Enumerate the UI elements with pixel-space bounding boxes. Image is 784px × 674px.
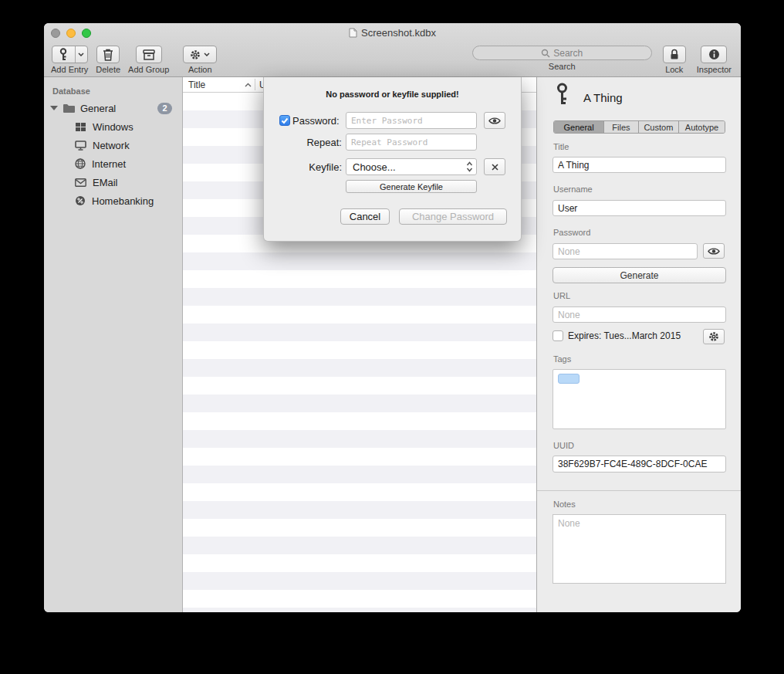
username-field-label: Username bbox=[553, 185, 593, 194]
action-button[interactable] bbox=[183, 46, 217, 63]
sidebar: Database General 2 Windows Network Inter… bbox=[44, 77, 183, 612]
folder-icon bbox=[63, 103, 76, 113]
repeat-password-field[interactable] bbox=[346, 134, 477, 151]
sidebar-item-email[interactable]: EMail bbox=[44, 173, 182, 191]
keyfile-label: Keyfile: bbox=[264, 161, 342, 173]
sidebar-header: Database bbox=[44, 77, 182, 99]
gear-icon bbox=[708, 331, 719, 342]
inspector-label: Inspector bbox=[697, 65, 732, 74]
window-title: Screenshot.kdbx bbox=[44, 27, 741, 39]
reveal-password-button[interactable] bbox=[703, 243, 725, 259]
window-title-text: Screenshot.kdbx bbox=[361, 27, 436, 39]
app-window: Screenshot.kdbx Add Entry bbox=[44, 23, 741, 612]
gear-icon bbox=[190, 49, 201, 60]
change-password-button[interactable]: Change Password bbox=[399, 208, 507, 225]
sidebar-item-internet[interactable]: Internet bbox=[44, 154, 182, 173]
key-plus-icon bbox=[52, 46, 76, 63]
username-field[interactable] bbox=[553, 200, 726, 216]
generate-password-button[interactable]: Generate bbox=[553, 267, 726, 283]
document-icon bbox=[349, 28, 357, 38]
expires-checkbox[interactable] bbox=[553, 330, 563, 341]
search-label: Search bbox=[549, 62, 576, 71]
expires-options-button[interactable] bbox=[703, 329, 725, 344]
delete-button[interactable] bbox=[96, 46, 120, 63]
add-entry-button[interactable] bbox=[52, 46, 88, 63]
cancel-button[interactable]: Cancel bbox=[340, 208, 390, 225]
add-entry-label: Add Entry bbox=[51, 65, 88, 74]
percent-coin-icon bbox=[75, 195, 86, 206]
window-chrome: Screenshot.kdbx Add Entry bbox=[44, 23, 741, 77]
clear-keyfile-button[interactable] bbox=[484, 158, 505, 175]
search-input[interactable]: Search bbox=[472, 46, 652, 60]
expires-label: Expires: Tues...March 2015 bbox=[568, 330, 681, 341]
count-badge: 2 bbox=[157, 103, 172, 114]
globe-icon bbox=[75, 158, 86, 169]
tab-files[interactable]: Files bbox=[604, 121, 639, 133]
envelope-icon bbox=[75, 178, 86, 187]
sidebar-item-label: General bbox=[80, 103, 116, 114]
disclosure-triangle-icon[interactable] bbox=[50, 106, 58, 110]
inspector-tool: Inspector bbox=[697, 46, 732, 74]
lock-icon bbox=[670, 49, 679, 60]
search-placeholder: Search bbox=[553, 48, 583, 59]
check-icon bbox=[281, 117, 289, 124]
lock-label: Lock bbox=[665, 65, 683, 74]
close-icon bbox=[491, 163, 499, 171]
add-group-label: Add Group bbox=[128, 65, 169, 74]
delete-label: Delete bbox=[96, 65, 120, 74]
lock-tool: Lock bbox=[663, 46, 686, 74]
notes-field-label: Notes bbox=[553, 500, 576, 509]
sort-asc-icon bbox=[245, 83, 252, 87]
sidebar-item-homebanking[interactable]: Homebanking bbox=[44, 191, 182, 210]
notes-field[interactable] bbox=[553, 514, 726, 584]
sidebar-item-general[interactable]: General 2 bbox=[44, 99, 182, 117]
tab-general[interactable]: General bbox=[554, 121, 604, 133]
column-divider[interactable] bbox=[255, 79, 255, 90]
sheet-message: No password or keyfile supplied! bbox=[264, 90, 521, 99]
sidebar-item-label: Internet bbox=[92, 158, 126, 170]
lock-button[interactable] bbox=[663, 46, 686, 63]
url-field-label: URL bbox=[553, 291, 570, 300]
action-label: Action bbox=[188, 65, 212, 74]
entry-title: A Thing bbox=[583, 91, 623, 104]
search-icon bbox=[541, 49, 550, 58]
eye-icon bbox=[488, 117, 501, 125]
tags-box[interactable] bbox=[553, 369, 726, 429]
keyfile-select-value: Choose... bbox=[353, 161, 396, 173]
inspector-panel: A Thing General Files Custom Autotype Ti… bbox=[536, 77, 741, 612]
column-title[interactable]: Title bbox=[188, 80, 205, 90]
sidebar-item-network[interactable]: Network bbox=[44, 136, 182, 154]
chevron-down-icon bbox=[204, 52, 210, 56]
stepper-icon bbox=[466, 161, 473, 172]
chevron-down-icon[interactable] bbox=[76, 46, 87, 63]
uuid-field[interactable] bbox=[553, 456, 726, 472]
windows-icon bbox=[75, 122, 86, 132]
password-field-label: Password bbox=[553, 228, 590, 237]
add-group-button[interactable] bbox=[136, 46, 162, 63]
repeat-label: Repeat: bbox=[264, 137, 342, 148]
title-field[interactable] bbox=[553, 157, 726, 173]
delete-tool: Delete bbox=[96, 46, 120, 74]
tag-chip[interactable] bbox=[558, 374, 580, 384]
sidebar-item-label: Windows bbox=[93, 121, 133, 133]
sidebar-item-windows[interactable]: Windows bbox=[44, 117, 182, 136]
password-label: Password: bbox=[292, 115, 340, 127]
sidebar-item-label: Homebanking bbox=[92, 195, 154, 207]
inspector-button[interactable] bbox=[701, 46, 727, 63]
toolbar: Add Entry Delete Add Group bbox=[44, 43, 741, 77]
url-field[interactable] bbox=[553, 307, 726, 323]
tab-custom[interactable]: Custom bbox=[639, 121, 679, 133]
info-icon bbox=[708, 49, 720, 60]
password-field[interactable] bbox=[553, 243, 698, 259]
titlebar: Screenshot.kdbx bbox=[44, 23, 741, 43]
reveal-password-button[interactable] bbox=[484, 112, 505, 129]
tab-autotype[interactable]: Autotype bbox=[679, 121, 725, 133]
inspector-tabs: General Files Custom Autotype bbox=[553, 120, 725, 134]
password-checkbox[interactable] bbox=[279, 115, 290, 126]
sidebar-item-label: Network bbox=[93, 140, 130, 151]
add-group-tool: Add Group bbox=[128, 46, 169, 74]
enter-password-field[interactable] bbox=[346, 112, 477, 129]
generate-keyfile-button[interactable]: Generate Keyfile bbox=[346, 180, 477, 193]
toolbar-right: Search Search Lock Inspec bbox=[472, 46, 732, 74]
keyfile-select[interactable]: Choose... bbox=[346, 158, 477, 175]
